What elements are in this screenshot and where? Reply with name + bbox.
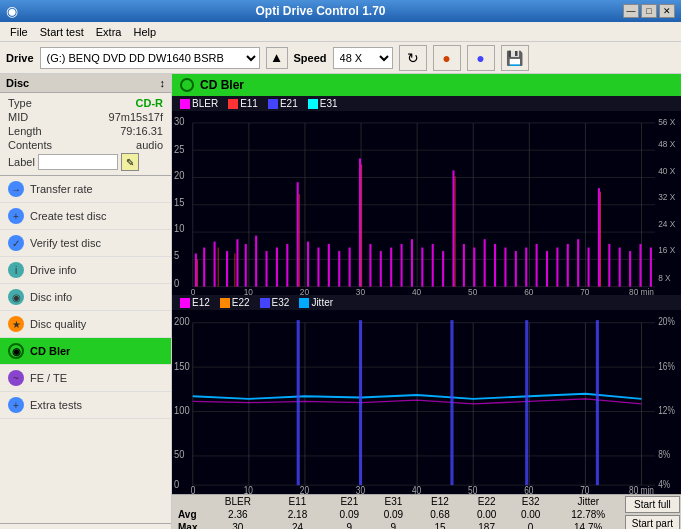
svg-rect-41 [203, 248, 205, 287]
svg-rect-126 [297, 320, 300, 485]
type-value: CD-R [136, 97, 164, 109]
svg-rect-82 [629, 251, 631, 287]
close-button[interactable]: ✕ [659, 4, 675, 18]
svg-rect-81 [619, 248, 621, 287]
svg-text:10: 10 [174, 223, 185, 235]
col-e21: E21 [327, 495, 371, 508]
avg-e31: 0.09 [371, 508, 415, 521]
svg-rect-74 [546, 251, 548, 287]
sidebar-item-drive-info[interactable]: i Drive info [0, 257, 171, 284]
minimize-button[interactable]: — [623, 4, 639, 18]
sidebar-item-verify-test-disc[interactable]: ✓ Verify test disc [0, 230, 171, 257]
legend-e22-label: E22 [232, 297, 250, 308]
chart-title: CD Bler [200, 78, 244, 92]
transfer-rate-icon: → [8, 181, 24, 197]
svg-text:40: 40 [412, 286, 421, 295]
svg-text:30: 30 [174, 116, 185, 128]
sidebar-item-fe-te[interactable]: ~ FE / TE [0, 365, 171, 392]
svg-rect-91 [600, 192, 601, 287]
label-edit-button[interactable]: ✎ [121, 153, 139, 171]
chart-area: CD Bler BLER E11 E21 E3 [172, 74, 681, 529]
max-e11: 24 [268, 521, 328, 529]
create-test-disc-icon: + [8, 208, 24, 224]
legend-e22-color [220, 298, 230, 308]
menu-file[interactable]: File [4, 24, 34, 40]
svg-text:0: 0 [174, 277, 180, 289]
menu-help[interactable]: Help [127, 24, 162, 40]
extra-tests-icon: + [8, 397, 24, 413]
max-e22: 187 [465, 521, 509, 529]
disc-header-label: Disc [6, 77, 29, 89]
svg-text:30: 30 [356, 286, 365, 295]
svg-rect-129 [525, 320, 528, 485]
start-full-button[interactable]: Start full [625, 496, 680, 513]
status-window-button[interactable]: Status window > > [0, 523, 171, 529]
fe-te-icon: ~ [8, 370, 24, 386]
disc-quality-label: Disc quality [30, 318, 86, 330]
svg-rect-56 [359, 158, 361, 286]
svg-text:40 X: 40 X [658, 165, 675, 176]
svg-text:70: 70 [580, 485, 589, 494]
svg-text:0: 0 [174, 478, 179, 490]
menu-extra[interactable]: Extra [90, 24, 128, 40]
drive-select[interactable]: (G:) BENQ DVD DD DW1640 BSRB [40, 47, 260, 69]
svg-rect-42 [214, 242, 216, 287]
max-label: Max [172, 521, 208, 529]
menu-start-test[interactable]: Start test [34, 24, 90, 40]
legend-e32-label: E32 [272, 297, 290, 308]
disc-arrow-icon[interactable]: ↕ [160, 77, 166, 89]
svg-rect-59 [390, 248, 392, 287]
svg-rect-0 [172, 111, 681, 295]
svg-text:0: 0 [191, 485, 196, 494]
svg-text:40: 40 [412, 485, 421, 494]
drive-label: Drive [6, 52, 34, 64]
legend-bler-color [180, 99, 190, 109]
mid-value: 97m15s17f [109, 111, 163, 123]
label-input[interactable] [38, 154, 118, 170]
speed-select[interactable]: 48 X [333, 47, 393, 69]
avg-e21: 0.09 [327, 508, 371, 521]
sidebar-item-extra-tests[interactable]: + Extra tests [0, 392, 171, 419]
chart-title-bar: CD Bler [172, 74, 681, 96]
svg-rect-71 [515, 251, 517, 287]
sidebar-item-create-test-disc[interactable]: + Create test disc [0, 203, 171, 230]
start-part-button[interactable]: Start part [625, 515, 680, 529]
sidebar-item-disc-quality[interactable]: ★ Disc quality [0, 311, 171, 338]
svg-rect-49 [286, 244, 288, 287]
svg-text:200: 200 [174, 315, 190, 327]
disc-info: Type CD-R MID 97m15s17f Length 79:16.31 … [0, 93, 171, 175]
svg-text:80 min: 80 min [629, 485, 654, 494]
svg-text:48 X: 48 X [658, 138, 675, 149]
top-chart-svg: 30 25 20 15 10 5 0 56 X 48 X 40 X 32 X 2… [172, 111, 681, 295]
sidebar-item-disc-info[interactable]: ◉ Disc info [0, 284, 171, 311]
bottom-legend: E12 E22 E32 Jitter [172, 295, 681, 310]
speed-refresh-button[interactable]: ↻ [399, 45, 427, 71]
legend-e12-color [180, 298, 190, 308]
drive-eject-button[interactable]: ▲ [266, 47, 288, 69]
verify-test-disc-label: Verify test disc [30, 237, 101, 249]
svg-rect-67 [473, 248, 475, 287]
svg-rect-55 [349, 248, 351, 287]
legend-e21-color [268, 99, 278, 109]
legend-e12: E12 [180, 297, 210, 308]
write-button[interactable]: ● [467, 45, 495, 71]
svg-rect-84 [650, 248, 652, 287]
avg-e12: 0.68 [415, 508, 464, 521]
max-e31: 9 [371, 521, 415, 529]
svg-rect-87 [234, 253, 235, 286]
read-button[interactable]: ● [433, 45, 461, 71]
svg-rect-52 [317, 248, 319, 287]
svg-text:4%: 4% [658, 479, 670, 490]
sidebar-item-cd-bler[interactable]: ◉ CD Bler [0, 338, 171, 365]
svg-text:20: 20 [300, 485, 309, 494]
drive-info-icon: i [8, 262, 24, 278]
sidebar-item-transfer-rate[interactable]: → Transfer rate [0, 176, 171, 203]
svg-text:15: 15 [174, 196, 185, 208]
svg-text:50: 50 [468, 485, 477, 494]
svg-text:150: 150 [174, 360, 190, 372]
app-icon: ◉ [6, 3, 18, 19]
save-button[interactable]: 💾 [501, 45, 529, 71]
svg-text:20%: 20% [658, 316, 675, 327]
maximize-button[interactable]: □ [641, 4, 657, 18]
svg-text:16 X: 16 X [658, 245, 675, 256]
